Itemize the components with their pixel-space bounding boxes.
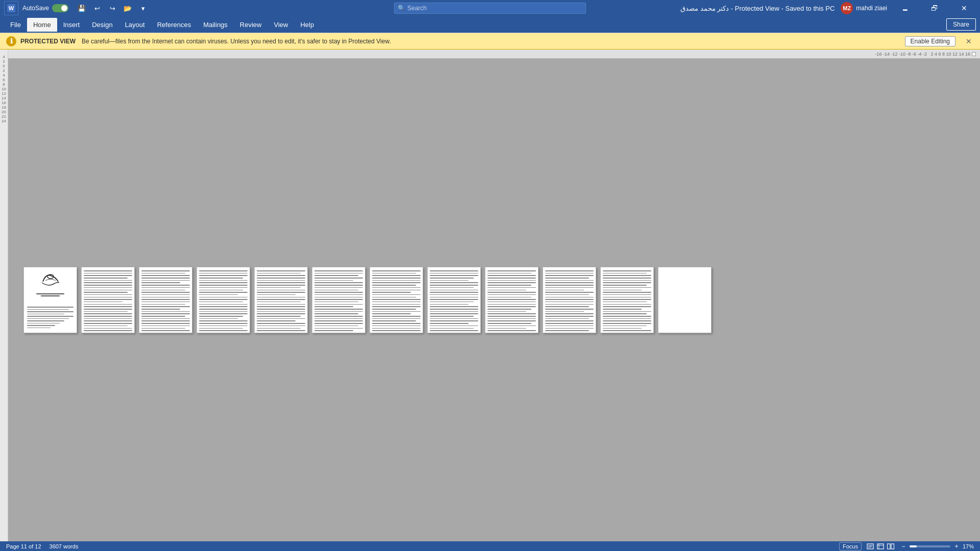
page-thumbnail-6[interactable]	[312, 267, 365, 333]
focus-button[interactable]: Focus	[839, 542, 862, 550]
page-thumbnail-5[interactable]	[254, 267, 308, 333]
tab-insert[interactable]: Insert	[57, 18, 86, 32]
ruler-corner	[972, 52, 976, 56]
autosave-label: AutoSave	[22, 5, 49, 12]
page-thumbnail-1[interactable]	[23, 267, 77, 333]
page-thumbnail-11[interactable]	[600, 267, 654, 333]
page-thumbnail-10[interactable]	[543, 267, 596, 333]
cover-logo	[38, 271, 63, 289]
page-thumbnail-7[interactable]	[370, 267, 423, 333]
search-bar[interactable]: 🔍	[394, 3, 586, 14]
minimize-button[interactable]: 🗕	[893, 0, 917, 16]
customize-qa-btn[interactable]: ▾	[136, 1, 150, 15]
main-content: 4 2 0 2 4 6 8 10 12 14 16 18 20 22 24 -1…	[0, 49, 980, 541]
tab-home[interactable]: Home	[27, 18, 57, 32]
close-button[interactable]: ✕	[952, 0, 976, 16]
open-qa-btn[interactable]: 📂	[120, 1, 135, 15]
svg-rect-7	[877, 544, 884, 549]
page-thumbnail-4[interactable]	[197, 267, 250, 333]
tab-mailings[interactable]: Mailings	[197, 18, 234, 32]
tab-file[interactable]: File	[4, 18, 27, 32]
zoom-bar-fill	[910, 545, 917, 547]
search-input[interactable]	[407, 5, 582, 12]
status-bar: Page 11 of 12 3607 words Focus − + 17%	[0, 541, 980, 551]
svg-text:W: W	[9, 5, 14, 11]
tab-layout[interactable]: Layout	[119, 18, 151, 32]
tab-review[interactable]: Review	[234, 18, 268, 32]
left-ruler: 4 2 0 2 4 6 8 10 12 14 16 18 20 22 24	[0, 49, 8, 541]
svg-rect-11	[891, 544, 894, 549]
ruler-marks: -16 -14 -12 -10 -8 -6 -4 -2 2 4 6 8 10 1…	[875, 52, 970, 57]
share-button[interactable]: Share	[946, 18, 976, 31]
autosave-toggle[interactable]	[52, 4, 68, 12]
protected-view-label: PROTECTED VIEW	[20, 38, 76, 45]
zoom-in-button[interactable]: +	[952, 542, 961, 550]
autosave-area: AutoSave	[22, 4, 68, 12]
zoom-out-button[interactable]: −	[899, 542, 908, 550]
user-name: mahdi ziaei	[856, 5, 887, 12]
tab-design[interactable]: Design	[86, 18, 118, 32]
page-thumbnail-2[interactable]	[81, 267, 135, 333]
quick-access-toolbar: 💾 ↩ ↪ 📂 ▾	[72, 1, 152, 15]
title-bar-right: دکتر محمد مصدق - Protected View - Saved …	[680, 0, 976, 16]
page-thumbnail-3[interactable]	[139, 267, 192, 333]
pages-area[interactable]	[8, 59, 980, 541]
restore-button[interactable]: 🗗	[923, 0, 946, 16]
warning-icon: ℹ	[6, 36, 16, 46]
enable-editing-button[interactable]: Enable Editing	[905, 36, 955, 46]
page-thumbnail-8[interactable]	[427, 267, 481, 333]
save-qa-btn[interactable]: 💾	[75, 1, 89, 15]
document-area: -16 -14 -12 -10 -8 -6 -4 -2 2 4 6 8 10 1…	[8, 49, 980, 541]
title-center: 🔍	[394, 3, 586, 14]
page-info: Page 11 of 12	[6, 543, 41, 549]
tab-view[interactable]: View	[267, 18, 294, 32]
tab-references[interactable]: References	[151, 18, 197, 32]
page-thumbnail-12[interactable]	[658, 267, 712, 333]
user-info[interactable]: MZ mahdi ziaei	[841, 2, 887, 14]
print-layout-view-btn[interactable]	[866, 542, 875, 550]
title-bar: W AutoSave 💾 ↩ ↪ 📂 ▾ 🔍 دکتر محمد مصدق - …	[0, 0, 980, 16]
ribbon-tabs: File Home Insert Design Layout Reference…	[0, 16, 980, 33]
top-ruler: -16 -14 -12 -10 -8 -6 -4 -2 2 4 6 8 10 1…	[8, 49, 980, 59]
user-avatar: MZ	[841, 2, 853, 14]
status-left: Page 11 of 12 3607 words	[6, 543, 78, 549]
zoom-slider[interactable]	[910, 545, 950, 547]
tab-help[interactable]: Help	[294, 18, 320, 32]
redo-qa-btn[interactable]: ↪	[105, 1, 119, 15]
search-icon: 🔍	[398, 5, 405, 12]
doc-title: دکتر محمد مصدق - Protected View - Saved …	[680, 5, 835, 12]
status-right: Focus − + 17%	[839, 542, 974, 550]
banner-close-button[interactable]: ✕	[964, 36, 974, 46]
protected-view-text: Be careful—files from the Internet can c…	[82, 38, 901, 45]
page-thumbnail-9[interactable]	[485, 267, 538, 333]
ribbon: File Home Insert Design Layout Reference…	[0, 16, 980, 33]
left-ruler-marks: 4 2 0 2 4 6 8 10 12 14 16 18 20 22 24	[0, 49, 8, 123]
protected-view-banner: ℹ PROTECTED VIEW Be careful—files from t…	[0, 33, 980, 49]
view-buttons	[866, 542, 895, 550]
word-count: 3607 words	[50, 543, 79, 549]
zoom-controls: − + 17%	[899, 542, 974, 550]
title-bar-left: W AutoSave 💾 ↩ ↪ 📂 ▾	[4, 1, 152, 15]
read-mode-view-btn[interactable]	[886, 542, 895, 550]
web-layout-view-btn[interactable]	[876, 542, 885, 550]
zoom-level: 17%	[963, 543, 974, 549]
undo-qa-btn[interactable]: ↩	[90, 1, 104, 15]
svg-rect-10	[887, 544, 890, 549]
app-logo: W	[4, 1, 18, 15]
